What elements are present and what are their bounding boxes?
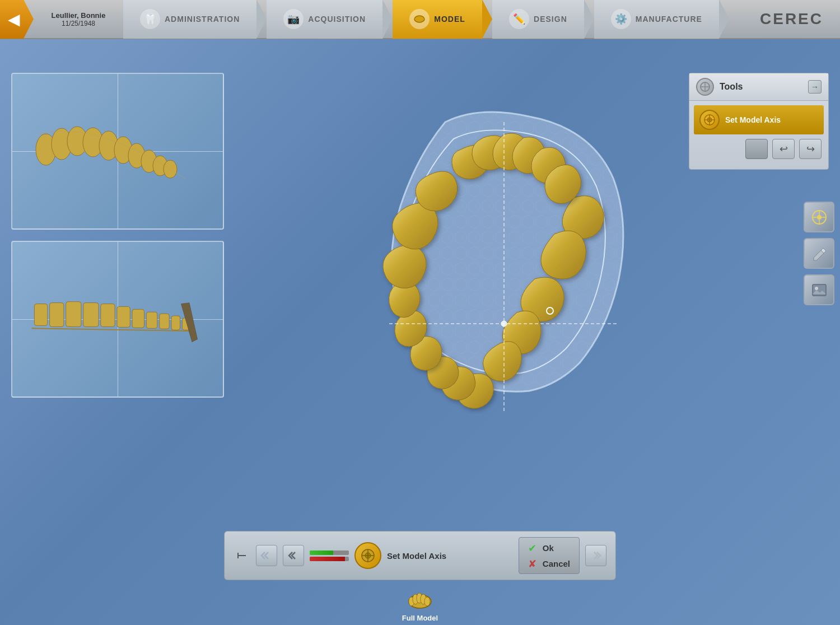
3d-model-view[interactable] [235, 56, 739, 513]
tools-pin-button[interactable]: → [808, 80, 822, 94]
full-model-label: Full Model [402, 614, 438, 622]
progress-bar-green-container [310, 551, 349, 555]
tools-action-buttons: ↩ ↪ [696, 139, 822, 159]
progress-bar-red [310, 557, 345, 561]
cancel-button[interactable]: ✘ Cancel [526, 557, 572, 570]
back-arrow-icon: ◀ [8, 10, 20, 29]
tools-header: Tools → [689, 73, 828, 101]
cancel-x-icon: ✘ [528, 558, 539, 569]
nav-label-acquisition: ACQUISITION [308, 15, 366, 24]
cerec-logo: CEREC [743, 10, 840, 28]
nav-step-administration[interactable]: 🦷 ADMINISTRATION [123, 0, 256, 39]
tools-empty-slot [745, 139, 768, 159]
svg-point-50 [424, 597, 430, 606]
svg-rect-13 [66, 302, 81, 327]
svg-point-38 [815, 287, 818, 290]
svg-rect-20 [171, 316, 180, 330]
toolbar-next-button[interactable] [585, 545, 606, 566]
svg-point-0 [414, 16, 424, 22]
teeth-3d-model [333, 88, 641, 481]
toolbar-step-icon [354, 542, 381, 569]
right-side-buttons [798, 196, 840, 311]
orient-view-button[interactable] [804, 202, 834, 232]
nav-step-acquisition[interactable]: 📷 ACQUISITION [267, 0, 382, 39]
cancel-label: Cancel [543, 559, 570, 568]
back-button[interactable]: ◀ [0, 0, 34, 39]
side-view-panel [11, 241, 224, 398]
nav-step-design[interactable]: ✏️ DESIGN [492, 0, 584, 39]
edit-view-button[interactable] [804, 238, 834, 269]
acquisition-icon: 📷 [283, 9, 304, 29]
progress-bar-green [310, 551, 333, 555]
model-icon [409, 9, 430, 29]
tools-panel: Tools → Set Model Axis ↩ ↪ [689, 73, 829, 170]
progress-bar-red-container [310, 557, 349, 561]
toolbar-step-label: Set Model Axis [387, 551, 513, 561]
administration-icon: 🦷 [140, 9, 160, 29]
left-view-panels [11, 73, 224, 398]
top-navigation-bar: ◀ Leullier, Bonnie 11/25/1948 🦷 ADMINIST… [0, 0, 840, 39]
nav-step-model[interactable]: MODEL [393, 0, 482, 39]
svg-rect-12 [50, 303, 64, 327]
teeth-side-view [24, 259, 208, 371]
toolbar-prev-prev-button[interactable] [256, 545, 277, 566]
full-model-section[interactable]: Full Model [402, 589, 438, 622]
ok-label: Ok [543, 543, 554, 553]
patient-dob: 11/25/1948 [45, 20, 112, 27]
redo-button[interactable]: ↪ [799, 139, 822, 159]
patient-name: Leullier, Bonnie [45, 11, 112, 20]
svg-rect-11 [34, 304, 47, 326]
svg-point-25 [501, 321, 507, 327]
svg-rect-18 [146, 312, 157, 328]
set-model-axis-tool[interactable]: Set Model Axis [694, 105, 824, 134]
svg-rect-17 [132, 309, 144, 328]
ok-check-icon: ✔ [528, 542, 539, 553]
tools-title: Tools [720, 82, 808, 92]
ok-button[interactable]: ✔ Ok [526, 541, 572, 554]
tools-header-icon [696, 78, 714, 96]
nav-label-administration: ADMINISTRATION [165, 15, 240, 24]
image-view-button[interactable] [804, 274, 834, 305]
toolbar-end-nav [585, 545, 606, 566]
svg-rect-14 [83, 303, 99, 327]
svg-rect-15 [101, 304, 115, 327]
progress-indicators [310, 551, 349, 561]
undo-button[interactable]: ↩ [772, 139, 795, 159]
toolbar-collapse-button[interactable] [234, 547, 250, 564]
top-view-panel [11, 73, 224, 230]
nav-label-manufacture: MANUFACTURE [636, 15, 702, 24]
svg-rect-16 [117, 306, 130, 327]
nav-step-manufacture[interactable]: ⚙️ MANUFACTURE [594, 0, 719, 39]
model-svg [333, 88, 641, 469]
tool-label: Set Model Axis [725, 115, 781, 124]
manufacture-icon: ⚙️ [611, 9, 631, 29]
main-content: Tools → Set Model Axis ↩ ↪ [0, 39, 840, 625]
patient-info: Leullier, Bonnie 11/25/1948 [34, 11, 123, 27]
bottom-toolbar: Set Model Axis ✔ Ok ✘ Cancel [224, 531, 616, 580]
full-model-icon [405, 589, 435, 613]
tool-icon [699, 110, 720, 130]
svg-rect-19 [160, 314, 169, 329]
teeth-top-view [29, 85, 208, 208]
design-icon: ✏️ [509, 9, 529, 29]
toolbar-prev-button[interactable] [283, 545, 304, 566]
ok-cancel-group: ✔ Ok ✘ Cancel [519, 537, 580, 574]
nav-label-model: MODEL [434, 15, 465, 24]
nav-steps: 🦷 ADMINISTRATION 📷 ACQUISITION MODEL ✏️ … [123, 0, 743, 39]
nav-label-design: DESIGN [534, 15, 567, 24]
